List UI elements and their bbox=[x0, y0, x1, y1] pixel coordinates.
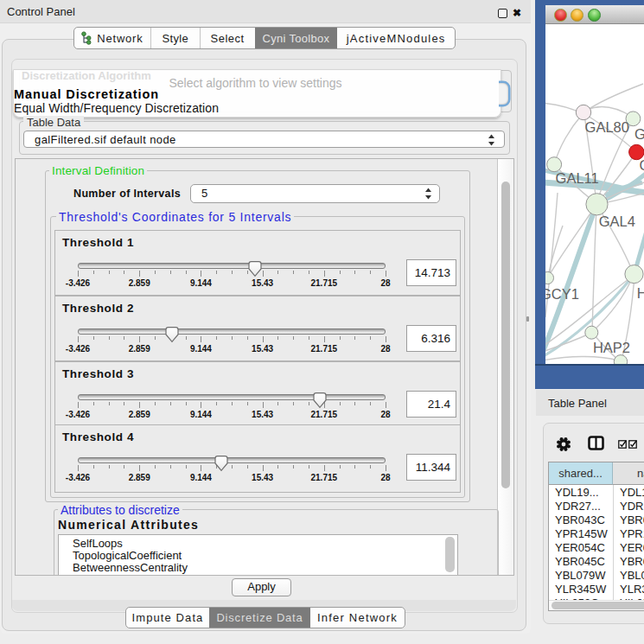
svg-text:C: C bbox=[640, 157, 644, 173]
svg-text:H: H bbox=[637, 285, 644, 301]
svg-text:HAP2: HAP2 bbox=[593, 340, 630, 355]
svg-text:GAL4: GAL4 bbox=[599, 214, 635, 229]
svg-text:GAL80: GAL80 bbox=[585, 119, 629, 135]
svg-text:GAL11: GAL11 bbox=[556, 170, 599, 186]
svg-text:GA: GA bbox=[634, 126, 644, 142]
svg-text:GCY1: GCY1 bbox=[545, 286, 579, 302]
